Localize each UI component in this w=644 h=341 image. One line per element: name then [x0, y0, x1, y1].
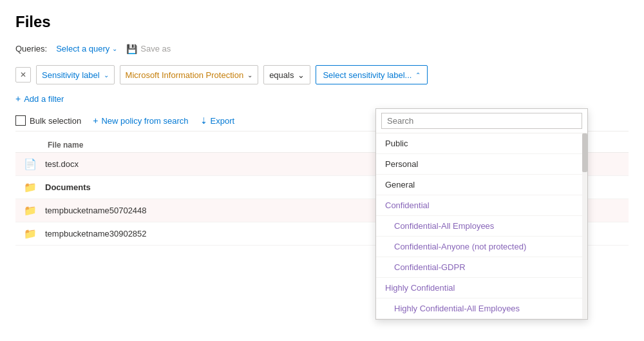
- dropdown-search-area: [376, 109, 587, 133]
- mip-label-text: Microsoft Information Protection: [126, 70, 244, 80]
- export-icon: ⇣: [200, 116, 207, 126]
- pill-chevron-down-icon: ⌄: [104, 72, 109, 79]
- dropdown-list: PublicPersonalGeneralConfidentialConfide…: [376, 133, 587, 319]
- dropdown-item[interactable]: General: [376, 175, 587, 195]
- filter-close-button[interactable]: ✕: [15, 67, 31, 83]
- select-label-chevron-up-icon: ⌃: [415, 72, 421, 79]
- operator-pill[interactable]: equals ⌄: [263, 65, 310, 84]
- dropdown-item[interactable]: Confidential: [376, 195, 587, 216]
- mip-filter-pill[interactable]: Microsoft Information Protection ⌄: [120, 65, 259, 84]
- operator-label: equals: [269, 70, 294, 80]
- scrollbar-thumb[interactable]: [582, 133, 587, 172]
- sensitivity-label-dropdown: PublicPersonalGeneralConfidentialConfide…: [375, 108, 588, 320]
- dropdown-search-input[interactable]: [381, 113, 582, 129]
- new-policy-label: New policy from search: [101, 116, 188, 126]
- new-policy-button[interactable]: + New policy from search: [93, 115, 188, 126]
- equals-chevron-down-icon: ⌄: [298, 70, 305, 80]
- bulk-selection-label: Bulk selection: [30, 116, 81, 126]
- bulk-selection-button[interactable]: Bulk selection: [15, 115, 81, 126]
- folder-icon: 📁: [15, 181, 45, 193]
- select-sensitivity-label-button[interactable]: Select sensitivity label... ⌃: [316, 65, 428, 84]
- file-icon: 📄: [15, 158, 45, 170]
- new-policy-plus-icon: +: [93, 115, 98, 126]
- save-icon: 💾: [126, 44, 137, 54]
- filter-row: ✕ Sensitivity label ⌄ Microsoft Informat…: [15, 65, 629, 84]
- dropdown-item[interactable]: Highly Confidential-All Employees: [376, 298, 587, 319]
- save-as-label: Save as: [140, 44, 171, 54]
- add-filter-row: + Add a filter: [15, 93, 629, 104]
- queries-row: Queries: Select a query ⌄ 💾 Save as: [15, 43, 629, 55]
- queries-label: Queries:: [15, 44, 47, 54]
- select-query-button[interactable]: Select a query ⌄: [53, 43, 120, 55]
- dropdown-item[interactable]: Confidential-Anyone (not protected): [376, 237, 587, 257]
- add-filter-label: Add a filter: [24, 94, 64, 104]
- export-label: Export: [211, 116, 235, 126]
- folder-icon: 📁: [15, 204, 45, 217]
- folder-icon: 📁: [15, 228, 45, 240]
- chevron-down-icon: ⌄: [112, 45, 117, 52]
- sensitivity-label-text: Sensitivity label: [42, 70, 100, 80]
- dropdown-item[interactable]: Confidential-GDPR: [376, 257, 587, 278]
- dropdown-item[interactable]: Highly Confidential: [376, 278, 587, 298]
- close-icon: ✕: [20, 70, 26, 79]
- select-query-label: Select a query: [56, 44, 109, 54]
- save-as-button[interactable]: 💾 Save as: [126, 44, 171, 54]
- add-filter-button[interactable]: + Add a filter: [15, 93, 64, 104]
- table-icon-col: [15, 141, 45, 150]
- page-title: Files: [15, 13, 629, 31]
- scrollbar-track[interactable]: [582, 133, 587, 319]
- page-container: Files Queries: Select a query ⌄ 💾 Save a…: [0, 0, 644, 258]
- dropdown-item[interactable]: Personal: [376, 154, 587, 175]
- mip-chevron-down-icon: ⌄: [247, 72, 252, 79]
- dropdown-item[interactable]: Public: [376, 133, 587, 154]
- bulk-selection-checkbox[interactable]: [15, 115, 26, 126]
- export-button[interactable]: ⇣ Export: [200, 116, 235, 126]
- sensitivity-label-filter-pill[interactable]: Sensitivity label ⌄: [36, 65, 115, 84]
- select-sensitivity-placeholder: Select sensitivity label...: [323, 70, 412, 80]
- dropdown-item[interactable]: Confidential-All Employees: [376, 216, 587, 237]
- plus-icon: +: [15, 93, 21, 104]
